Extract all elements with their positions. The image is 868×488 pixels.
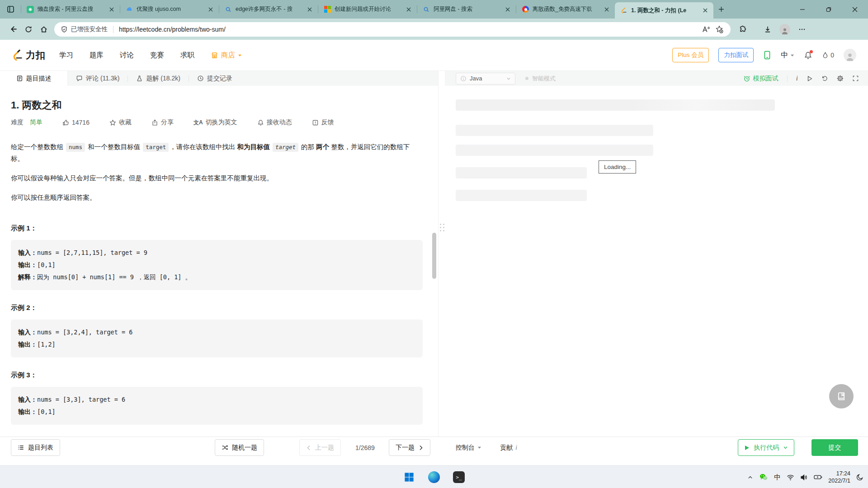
browser-tab[interactable]: 优聚搜 ujuso.com: [120, 0, 219, 19]
leetcode-interview-button[interactable]: 力扣面试: [718, 48, 754, 62]
like-button[interactable]: 14716: [62, 119, 90, 126]
browser-tab[interactable]: 阿里网盘 - 搜索: [417, 0, 516, 19]
description-paragraph-3: 你可以按任意顺序返回答案。: [11, 192, 423, 203]
browser-tab-active[interactable]: 1. 两数之和 - 力扣 (Le: [615, 2, 713, 19]
favorite-button[interactable]: 收藏: [109, 118, 132, 127]
new-tab-button[interactable]: [713, 0, 729, 19]
start-button[interactable]: [400, 468, 418, 486]
bell-icon: [257, 119, 264, 126]
extensions-button[interactable]: [735, 22, 750, 37]
terminal-icon: >_: [453, 471, 465, 483]
minimize-button[interactable]: [789, 0, 816, 19]
nav-item-learn[interactable]: 学习: [59, 51, 73, 60]
url-text[interactable]: https://leetcode.cn/problems/two-sum/: [119, 26, 699, 33]
nav-item-problemset[interactable]: 题库: [90, 51, 104, 60]
example-heading: 示例 3：: [11, 371, 423, 380]
play-icon[interactable]: [807, 75, 813, 82]
focus-assist-moon-icon[interactable]: [856, 474, 863, 481]
address-divider: [113, 26, 113, 33]
tab-solutions[interactable]: 题解 (18.2k): [128, 71, 188, 86]
nav-item-store[interactable]: 商店: [211, 51, 242, 60]
close-tab-icon[interactable]: [108, 5, 116, 14]
language-dropdown[interactable]: Java: [456, 73, 515, 84]
settings-gear-icon[interactable]: [837, 75, 844, 82]
browser-profile-button[interactable]: [777, 22, 793, 37]
ime-indicator[interactable]: 中: [774, 473, 781, 482]
submit-button[interactable]: 提交: [811, 439, 858, 456]
read-aloud-button[interactable]: [699, 23, 712, 36]
downloads-button[interactable]: [760, 22, 775, 37]
contribute-link[interactable]: 贡献 i: [500, 439, 517, 456]
battery-icon[interactable]: [814, 474, 822, 480]
user-avatar[interactable]: [844, 49, 856, 61]
subscribe-button[interactable]: 接收动态: [257, 118, 292, 127]
close-tab-icon[interactable]: [603, 5, 611, 14]
taskbar-clock[interactable]: 17:24 2022/7/1: [828, 470, 850, 484]
random-problem-label: 随机一题: [232, 444, 257, 452]
daily-streak[interactable]: 0: [822, 52, 834, 59]
back-button[interactable]: [5, 22, 21, 37]
plus-member-button[interactable]: Plus 会员: [672, 48, 709, 62]
close-tab-icon[interactable]: [207, 5, 215, 14]
tab-label: 评论 (11.3k): [86, 75, 119, 83]
switch-language-button[interactable]: 文A 切换为英文: [193, 118, 237, 127]
alarm-clock-icon: [743, 75, 750, 82]
close-tab-icon[interactable]: [701, 6, 709, 14]
clock-date: 2022/7/1: [828, 477, 850, 484]
share-button[interactable]: 分享: [151, 118, 174, 127]
tab-comments[interactable]: 评论 (11.3k): [68, 71, 127, 86]
browser-tab[interactable]: 懒盘搜索 - 阿里云盘搜: [21, 0, 120, 19]
volume-icon[interactable]: [800, 474, 808, 481]
close-tab-icon[interactable]: [504, 5, 512, 14]
console-toggle[interactable]: 控制台: [456, 439, 481, 456]
wechat-icon[interactable]: [759, 473, 768, 482]
smart-mode-toggle[interactable]: 智能模式: [525, 75, 556, 83]
tab-actions-menu-button[interactable]: [0, 0, 21, 19]
scrollbar-thumb[interactable]: [432, 233, 436, 279]
editor-info-icon[interactable]: i: [796, 75, 798, 82]
leetcode-favicon: [620, 7, 627, 14]
taskbar-terminal-button[interactable]: >_: [450, 468, 468, 486]
restore-button[interactable]: [816, 0, 842, 19]
browser-tab[interactable]: 离散函数_免费高速下载: [516, 0, 615, 19]
tab-title: 离散函数_免费高速下载: [533, 5, 599, 13]
wifi-icon[interactable]: [787, 474, 794, 481]
random-problem-button[interactable]: 随机一题: [215, 439, 264, 456]
tab-submissions[interactable]: 提交记录: [189, 71, 241, 86]
problem-list-button[interactable]: 题目列表: [11, 439, 60, 456]
mock-interview-button[interactable]: 模拟面试: [743, 75, 778, 83]
taskbar-edge-button[interactable]: [425, 468, 443, 486]
previous-problem-button[interactable]: 上一题: [299, 439, 341, 456]
reset-icon[interactable]: [821, 75, 828, 82]
site-security[interactable]: 已增强安全性: [61, 25, 108, 33]
fullscreen-icon[interactable]: [852, 75, 859, 82]
refresh-button[interactable]: [21, 22, 36, 37]
browser-tab[interactable]: 创建新问题或开始讨论: [318, 0, 417, 19]
notifications-button[interactable]: [804, 51, 812, 60]
add-favorite-button[interactable]: [712, 23, 726, 36]
close-window-button[interactable]: [842, 0, 868, 19]
nav-item-discuss[interactable]: 讨论: [120, 51, 134, 60]
chevron-right-icon: [418, 445, 424, 450]
browser-tab[interactable]: edge许多网页永不 - 搜: [219, 0, 318, 19]
close-tab-icon[interactable]: [306, 5, 314, 14]
nav-item-jobs[interactable]: 求职: [180, 51, 194, 60]
mobile-app-icon[interactable]: [763, 51, 771, 60]
close-tab-icon[interactable]: [405, 5, 413, 14]
problem-progress: 1/2689: [355, 439, 375, 456]
home-button[interactable]: [36, 22, 52, 37]
tab-title: edge许多网页永不 - 搜: [236, 5, 302, 13]
tray-chevron-up-icon[interactable]: [747, 474, 753, 480]
next-problem-button[interactable]: 下一题: [389, 439, 430, 456]
browser-toolbar: 已增强安全性 https://leetcode.cn/problems/two-…: [0, 19, 868, 40]
address-bar[interactable]: 已增强安全性 https://leetcode.cn/problems/two-…: [54, 22, 731, 37]
panel-resize-handle[interactable]: [440, 224, 444, 231]
notebook-float-button[interactable]: [829, 384, 854, 408]
leetcode-logo[interactable]: 力扣: [12, 49, 46, 61]
language-selector[interactable]: 中: [781, 51, 794, 60]
nav-item-contest[interactable]: 竞赛: [150, 51, 164, 60]
browser-menu-button[interactable]: [794, 22, 810, 37]
tab-description[interactable]: 题目描述: [0, 71, 68, 86]
feedback-button[interactable]: 反馈: [312, 118, 334, 127]
run-code-button[interactable]: 执行代码: [738, 439, 794, 456]
